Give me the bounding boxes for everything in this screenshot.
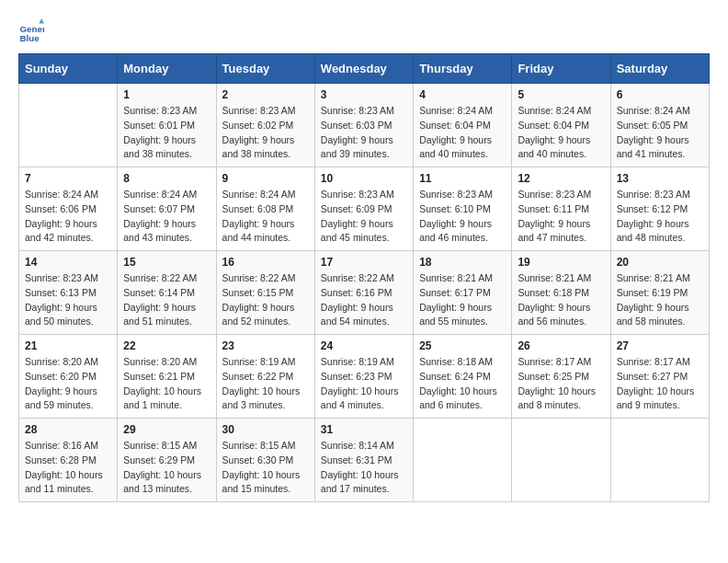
day-info: Sunrise: 8:23 AMSunset: 6:10 PMDaylight:… (419, 188, 506, 246)
day-number: 28 (25, 423, 111, 436)
calendar-cell: 5Sunrise: 8:24 AMSunset: 6:04 PMDaylight… (512, 84, 610, 167)
calendar-cell: 17Sunrise: 8:22 AMSunset: 6:16 PMDayligh… (314, 251, 413, 335)
day-number: 14 (25, 256, 111, 269)
day-info: Sunrise: 8:24 AMSunset: 6:07 PMDaylight:… (123, 188, 210, 246)
day-info: Sunrise: 8:24 AMSunset: 6:04 PMDaylight:… (419, 104, 506, 162)
day-number: 15 (123, 256, 210, 269)
day-header-tuesday: Tuesday (216, 54, 314, 84)
day-number: 17 (321, 256, 407, 269)
day-number: 7 (25, 172, 111, 185)
calendar-cell: 4Sunrise: 8:24 AMSunset: 6:04 PMDaylight… (414, 84, 512, 167)
day-number: 4 (419, 88, 506, 101)
calendar-cell: 24Sunrise: 8:19 AMSunset: 6:23 PMDayligh… (314, 335, 413, 419)
day-info: Sunrise: 8:23 AMSunset: 6:13 PMDaylight:… (25, 271, 111, 329)
day-number: 25 (419, 339, 506, 352)
calendar-cell: 14Sunrise: 8:23 AMSunset: 6:13 PMDayligh… (19, 251, 118, 335)
day-info: Sunrise: 8:23 AMSunset: 6:11 PMDaylight:… (518, 188, 604, 246)
calendar-cell: 12Sunrise: 8:23 AMSunset: 6:11 PMDayligh… (512, 167, 610, 251)
calendar-cell: 30Sunrise: 8:15 AMSunset: 6:30 PMDayligh… (216, 419, 314, 502)
day-info: Sunrise: 8:14 AMSunset: 6:31 PMDaylight:… (321, 439, 407, 497)
day-number: 5 (518, 88, 604, 101)
calendar-cell: 27Sunrise: 8:17 AMSunset: 6:27 PMDayligh… (610, 335, 709, 419)
week-row-5: 28Sunrise: 8:16 AMSunset: 6:28 PMDayligh… (19, 419, 710, 502)
svg-marker-2 (39, 18, 44, 24)
day-number: 20 (617, 256, 703, 269)
calendar-cell: 28Sunrise: 8:16 AMSunset: 6:28 PMDayligh… (19, 419, 118, 502)
day-number: 13 (617, 172, 703, 185)
day-header-sunday: Sunday (19, 54, 118, 84)
svg-text:Blue: Blue (19, 33, 40, 43)
day-info: Sunrise: 8:23 AMSunset: 6:01 PMDaylight:… (123, 104, 210, 162)
day-number: 9 (222, 172, 309, 185)
logo: General Blue (18, 18, 48, 44)
week-row-3: 14Sunrise: 8:23 AMSunset: 6:13 PMDayligh… (19, 251, 710, 335)
header: General Blue (18, 18, 710, 44)
day-number: 16 (222, 256, 309, 269)
calendar-cell: 6Sunrise: 8:24 AMSunset: 6:05 PMDaylight… (610, 84, 709, 167)
day-info: Sunrise: 8:24 AMSunset: 6:05 PMDaylight:… (617, 104, 703, 162)
calendar-cell: 13Sunrise: 8:23 AMSunset: 6:12 PMDayligh… (610, 167, 709, 251)
week-row-1: 1Sunrise: 8:23 AMSunset: 6:01 PMDaylight… (19, 84, 710, 167)
calendar-cell: 16Sunrise: 8:22 AMSunset: 6:15 PMDayligh… (216, 251, 314, 335)
day-info: Sunrise: 8:19 AMSunset: 6:23 PMDaylight:… (321, 355, 407, 413)
calendar-cell: 25Sunrise: 8:18 AMSunset: 6:24 PMDayligh… (414, 335, 512, 419)
day-number: 31 (321, 423, 407, 436)
day-header-monday: Monday (118, 54, 216, 84)
day-number: 8 (123, 172, 210, 185)
day-number: 27 (617, 339, 703, 352)
calendar-table: SundayMondayTuesdayWednesdayThursdayFrid… (18, 53, 710, 502)
calendar-cell: 31Sunrise: 8:14 AMSunset: 6:31 PMDayligh… (314, 419, 413, 502)
day-info: Sunrise: 8:24 AMSunset: 6:06 PMDaylight:… (25, 188, 111, 246)
day-info: Sunrise: 8:22 AMSunset: 6:14 PMDaylight:… (123, 271, 210, 329)
day-number: 24 (321, 339, 407, 352)
day-number: 23 (222, 339, 309, 352)
day-number: 21 (25, 339, 111, 352)
day-info: Sunrise: 8:21 AMSunset: 6:18 PMDaylight:… (518, 271, 604, 329)
day-info: Sunrise: 8:24 AMSunset: 6:08 PMDaylight:… (222, 188, 309, 246)
calendar-cell: 2Sunrise: 8:23 AMSunset: 6:02 PMDaylight… (216, 84, 314, 167)
week-row-2: 7Sunrise: 8:24 AMSunset: 6:06 PMDaylight… (19, 167, 710, 251)
day-number: 29 (123, 423, 210, 436)
calendar-cell (414, 419, 512, 502)
week-row-4: 21Sunrise: 8:20 AMSunset: 6:20 PMDayligh… (19, 335, 710, 419)
logo-icon: General Blue (18, 18, 44, 44)
calendar-cell: 15Sunrise: 8:22 AMSunset: 6:14 PMDayligh… (118, 251, 216, 335)
day-info: Sunrise: 8:15 AMSunset: 6:30 PMDaylight:… (222, 439, 309, 497)
day-info: Sunrise: 8:22 AMSunset: 6:15 PMDaylight:… (222, 271, 309, 329)
calendar-cell: 23Sunrise: 8:19 AMSunset: 6:22 PMDayligh… (216, 335, 314, 419)
day-number: 2 (222, 88, 309, 101)
day-number: 3 (321, 88, 407, 101)
day-number: 6 (617, 88, 703, 101)
day-header-thursday: Thursday (414, 54, 512, 84)
day-info: Sunrise: 8:24 AMSunset: 6:04 PMDaylight:… (518, 104, 604, 162)
calendar-cell: 19Sunrise: 8:21 AMSunset: 6:18 PMDayligh… (512, 251, 610, 335)
calendar-cell: 7Sunrise: 8:24 AMSunset: 6:06 PMDaylight… (19, 167, 118, 251)
day-number: 26 (518, 339, 604, 352)
calendar-cell: 9Sunrise: 8:24 AMSunset: 6:08 PMDaylight… (216, 167, 314, 251)
day-info: Sunrise: 8:18 AMSunset: 6:24 PMDaylight:… (419, 355, 506, 413)
day-info: Sunrise: 8:20 AMSunset: 6:21 PMDaylight:… (123, 355, 210, 413)
day-info: Sunrise: 8:20 AMSunset: 6:20 PMDaylight:… (25, 355, 111, 413)
day-number: 18 (419, 256, 506, 269)
day-number: 22 (123, 339, 210, 352)
day-info: Sunrise: 8:23 AMSunset: 6:12 PMDaylight:… (617, 188, 703, 246)
day-number: 30 (222, 423, 309, 436)
day-info: Sunrise: 8:17 AMSunset: 6:27 PMDaylight:… (617, 355, 703, 413)
calendar-cell: 18Sunrise: 8:21 AMSunset: 6:17 PMDayligh… (414, 251, 512, 335)
calendar-cell: 29Sunrise: 8:15 AMSunset: 6:29 PMDayligh… (118, 419, 216, 502)
day-info: Sunrise: 8:23 AMSunset: 6:09 PMDaylight:… (321, 188, 407, 246)
calendar-cell: 1Sunrise: 8:23 AMSunset: 6:01 PMDaylight… (118, 84, 216, 167)
day-info: Sunrise: 8:23 AMSunset: 6:03 PMDaylight:… (321, 104, 407, 162)
day-info: Sunrise: 8:22 AMSunset: 6:16 PMDaylight:… (321, 271, 407, 329)
day-info: Sunrise: 8:21 AMSunset: 6:17 PMDaylight:… (419, 271, 506, 329)
day-number: 1 (123, 88, 210, 101)
day-header-wednesday: Wednesday (314, 54, 413, 84)
day-number: 12 (518, 172, 604, 185)
day-number: 11 (419, 172, 506, 185)
day-header-saturday: Saturday (610, 54, 709, 84)
calendar-cell: 11Sunrise: 8:23 AMSunset: 6:10 PMDayligh… (414, 167, 512, 251)
calendar-cell (19, 84, 118, 167)
calendar-cell: 3Sunrise: 8:23 AMSunset: 6:03 PMDaylight… (314, 84, 413, 167)
day-info: Sunrise: 8:15 AMSunset: 6:29 PMDaylight:… (123, 439, 210, 497)
header-row: SundayMondayTuesdayWednesdayThursdayFrid… (19, 54, 710, 84)
